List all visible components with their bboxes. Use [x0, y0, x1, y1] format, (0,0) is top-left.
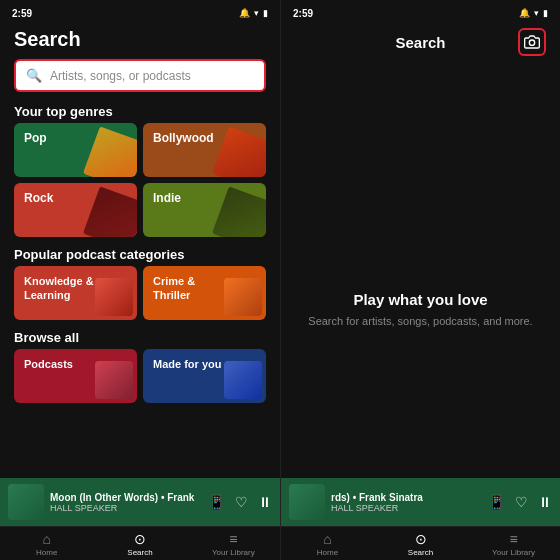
genre-label-rock: Rock [24, 191, 53, 205]
player-controls-right: 📱 ♡ ⏸ [488, 494, 552, 510]
genre-label-pop: Pop [24, 131, 47, 145]
player-title-left: Moon (In Other Words) • Frank [50, 492, 202, 503]
status-bar-left: 2:59 🔔 ▾ ▮ [0, 0, 280, 22]
nav-search-left[interactable]: ⊙ Search [93, 528, 186, 560]
search-nav-icon-right: ⊙ [415, 531, 427, 547]
battery-icon-right: ▮ [543, 8, 548, 18]
genre-art-pop [83, 126, 137, 177]
browse-grid: Podcasts Made for you [0, 349, 280, 403]
podcast-categories-label: Popular podcast categories [0, 241, 280, 266]
play-love-subtitle: Search for artists, songs, podcasts, and… [308, 314, 532, 329]
heart-icon[interactable]: ♡ [235, 494, 248, 510]
nav-search-label-right: Search [408, 548, 433, 557]
left-header: Search [0, 22, 280, 55]
bottom-player-left[interactable]: Moon (In Other Words) • Frank HALL SPEAK… [0, 478, 280, 526]
podcast-card-crime[interactable]: Crime &Thriller [143, 266, 266, 320]
home-icon-left: ⌂ [42, 531, 50, 547]
heart-icon-right[interactable]: ♡ [515, 494, 528, 510]
browse-label-made-for-you: Made for you [153, 357, 221, 371]
genre-art-indie [212, 186, 266, 237]
status-time-right: 2:59 [293, 8, 313, 19]
svg-point-0 [529, 40, 534, 45]
player-sub-left: HALL SPEAKER [50, 503, 202, 513]
genre-label-indie: Indie [153, 191, 181, 205]
nav-library-label-left: Your Library [212, 548, 255, 557]
page-title-left: Search [14, 28, 81, 51]
podcast-card-knowledge[interactable]: Knowledge &Learning [14, 266, 137, 320]
search-placeholder: Artists, songs, or podcasts [50, 69, 191, 83]
podcast-label-crime: Crime &Thriller [153, 274, 195, 303]
wifi-icon-right: ▾ [534, 8, 539, 18]
nav-library-right[interactable]: ≡ Your Library [467, 528, 560, 560]
camera-icon [524, 34, 540, 50]
status-time-left: 2:59 [12, 8, 32, 19]
podcast-label-knowledge: Knowledge &Learning [24, 274, 94, 303]
pause-icon-right[interactable]: ⏸ [538, 494, 552, 510]
camera-button[interactable] [518, 28, 546, 56]
notification-icon-right: 🔔 [519, 8, 530, 18]
library-icon-right: ≡ [509, 531, 517, 547]
search-icon: 🔍 [26, 68, 42, 83]
right-header: Search [281, 22, 560, 60]
bottom-nav-right: ⌂ Home ⊙ Search ≡ Your Library [281, 526, 560, 560]
play-love-title: Play what you love [353, 291, 487, 308]
player-thumb-right [289, 484, 325, 520]
player-sub-right: HALL SPEAKER [331, 503, 482, 513]
nav-home-left[interactable]: ⌂ Home [0, 528, 93, 560]
library-icon-left: ≡ [229, 531, 237, 547]
genre-grid: Pop Bollywood Rock Indie [0, 123, 280, 237]
player-info-right: rds) • Frank Sinatra HALL SPEAKER [331, 492, 482, 513]
search-bar-container[interactable]: 🔍 Artists, songs, or podcasts [0, 55, 280, 98]
genre-art-rock [83, 186, 137, 237]
status-icons-right: 🔔 ▾ ▮ [519, 8, 548, 18]
bottom-player-right[interactable]: rds) • Frank Sinatra HALL SPEAKER 📱 ♡ ⏸ [281, 478, 560, 526]
left-panel: 2:59 🔔 ▾ ▮ Search 🔍 Artists, songs, or p… [0, 0, 280, 560]
player-controls-left: 📱 ♡ ⏸ [208, 494, 272, 510]
status-bar-right: 2:59 🔔 ▾ ▮ [281, 0, 560, 22]
nav-home-right[interactable]: ⌂ Home [281, 528, 374, 560]
browse-card-made-for-you[interactable]: Made for you [143, 349, 266, 403]
browse-all-label: Browse all [0, 324, 280, 349]
nav-home-label-left: Home [36, 548, 57, 557]
search-bar[interactable]: 🔍 Artists, songs, or podcasts [14, 59, 266, 92]
browse-label-podcasts: Podcasts [24, 357, 73, 371]
genre-card-pop[interactable]: Pop [14, 123, 137, 177]
genre-label-bollywood: Bollywood [153, 131, 214, 145]
nav-library-label-right: Your Library [492, 548, 535, 557]
player-title-right: rds) • Frank Sinatra [331, 492, 482, 503]
nav-search-label-left: Search [127, 548, 152, 557]
search-nav-icon-left: ⊙ [134, 531, 146, 547]
nav-library-left[interactable]: ≡ Your Library [187, 528, 280, 560]
player-info-left: Moon (In Other Words) • Frank HALL SPEAK… [50, 492, 202, 513]
page-title-right: Search [323, 34, 518, 51]
nav-search-right[interactable]: ⊙ Search [374, 528, 467, 560]
status-icons-left: 🔔 ▾ ▮ [239, 8, 268, 18]
genre-card-bollywood[interactable]: Bollywood [143, 123, 266, 177]
pause-icon[interactable]: ⏸ [258, 494, 272, 510]
battery-icon: ▮ [263, 8, 268, 18]
notification-icon: 🔔 [239, 8, 250, 18]
wifi-icon: ▾ [254, 8, 259, 18]
browse-card-podcasts[interactable]: Podcasts [14, 349, 137, 403]
genre-card-indie[interactable]: Indie [143, 183, 266, 237]
player-thumb-left [8, 484, 44, 520]
device-icon-right[interactable]: 📱 [488, 494, 505, 510]
podcast-grid: Knowledge &Learning Crime &Thriller [0, 266, 280, 320]
nav-home-label-right: Home [317, 548, 338, 557]
right-panel: 2:59 🔔 ▾ ▮ Search Play what you love Sea… [280, 0, 560, 560]
top-genres-label: Your top genres [0, 98, 280, 123]
device-icon[interactable]: 📱 [208, 494, 225, 510]
bottom-nav-left: ⌂ Home ⊙ Search ≡ Your Library [0, 526, 280, 560]
genre-art-bollywood [212, 126, 266, 177]
genre-card-rock[interactable]: Rock [14, 183, 137, 237]
home-icon-right: ⌂ [323, 531, 331, 547]
